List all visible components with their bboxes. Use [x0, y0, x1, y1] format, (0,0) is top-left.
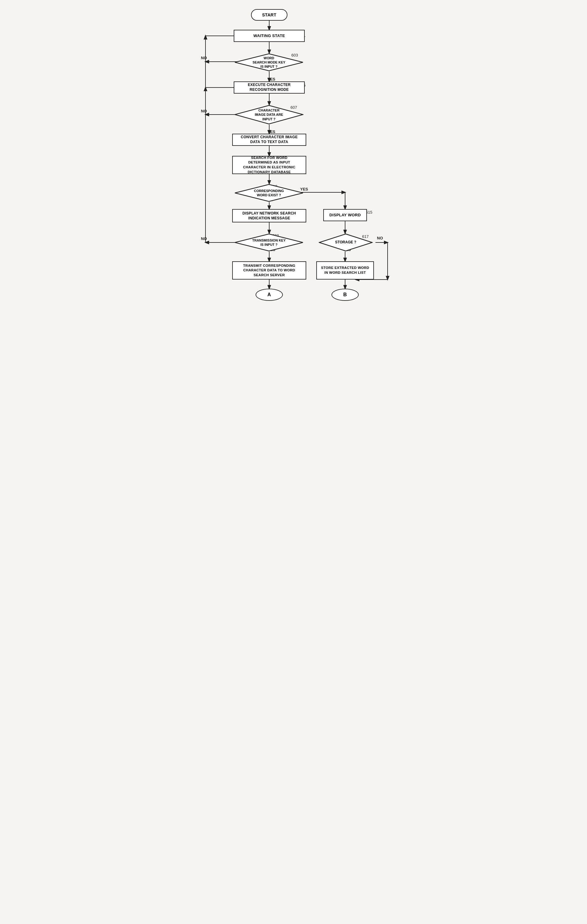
diamond-603: WORDSEARCH MODE KEYIS INPUT ? — [234, 53, 304, 71]
no-label-603: NO — [201, 56, 207, 60]
store-word-node: STORE EXTRACTED WORDIN WORD SEARCH LIST — [316, 261, 374, 279]
waiting-state-node: WAITING STATE — [234, 30, 305, 42]
display-word-node: DISPLAY WORD — [323, 209, 367, 221]
flowchart: NO NO NO NO YES YES YES NO YES YES 601 6… — [175, 6, 412, 431]
yes-label-607: YES — [267, 129, 275, 134]
search-word-node: SEARCH FOR WORDDETERMINED AS INPUTCHARAC… — [232, 156, 306, 174]
no-label-617: NO — [377, 236, 383, 240]
execute-char-recog-node: EXECUTE CHARACTERRECOGNITION MODE — [234, 81, 305, 94]
end-b-node: B — [331, 289, 359, 301]
transmit-char-node: TRANSMIT CORRESPONDINGCHARACTER DATA TO … — [232, 261, 306, 279]
diamond-613: CORRESPONDINGWORD EXIST ? — [234, 184, 304, 202]
diamond-623: TRANSMISSION KEYIS INPUT ? — [234, 233, 304, 252]
no-label-607: NO — [201, 109, 207, 113]
diamond-607: CHARACTERIMAGE DATA AREINPUT ? — [234, 105, 304, 125]
diamond-617: STORAGE ? — [319, 233, 373, 252]
yes-label-603: YES — [267, 77, 275, 81]
end-a-node: A — [256, 289, 283, 301]
no-label-623: NO — [201, 236, 207, 241]
start-node: START — [251, 9, 288, 21]
display-network-node: DISPLAY NETWORK SEARCHINDICATION MESSAGE — [232, 209, 306, 223]
convert-char-node: CONVERT CHARACTER IMAGEDATA TO TEXT DATA — [232, 134, 306, 146]
